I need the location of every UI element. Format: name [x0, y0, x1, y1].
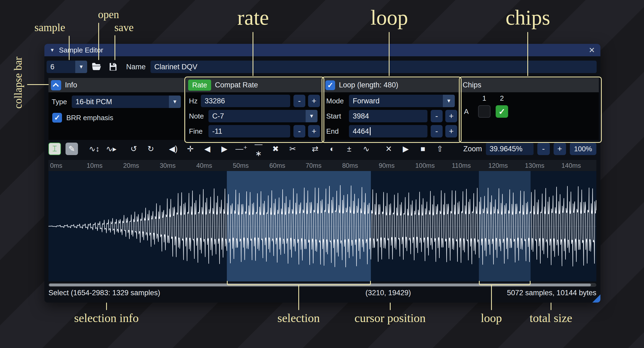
sample-number-dropdown[interactable]: 6 ▼	[47, 61, 87, 73]
waveform-display[interactable]	[48, 171, 596, 281]
selection-bracket	[227, 281, 371, 285]
annotation-line-open	[98, 23, 99, 60]
sign-exchange-button[interactable]: ±	[343, 143, 355, 155]
loop-end-value: 4464	[353, 127, 369, 136]
fine-minus-button[interactable]: -	[293, 125, 305, 137]
name-label: Name	[126, 63, 146, 71]
rate-badge[interactable]: Rate	[188, 80, 211, 91]
loop-panel: ✓ Loop (length: 480) Mode Forward ▼ Star…	[323, 78, 459, 140]
ruler-tick-label: 50ms	[233, 162, 249, 169]
chip-2-checkbox[interactable]: ✓	[496, 105, 508, 118]
normalize-button[interactable]: ✛	[184, 143, 197, 155]
window-collapse-triangle-icon[interactable]: ▼	[50, 47, 55, 53]
chevron-down-icon: ▼	[443, 95, 455, 107]
ruler-tick-label: 40ms	[196, 162, 212, 169]
loop-end-field[interactable]: 4464	[349, 125, 427, 137]
check-icon: ✓	[327, 81, 334, 90]
annotation-line-loop-marker	[491, 285, 492, 310]
check-icon: ✓	[498, 107, 505, 116]
zoom-label: Zoom	[463, 145, 482, 153]
reverse-button[interactable]: ⇄	[309, 143, 321, 155]
type-dropdown[interactable]: 16-bit PCM ▼	[72, 96, 181, 108]
undo-button[interactable]: ↺	[128, 143, 140, 155]
filter-button[interactable]: ∿	[360, 143, 372, 155]
triangle-left-icon: ◀	[204, 144, 210, 153]
mode-label: Mode	[326, 95, 344, 107]
import-button[interactable]: ⇧	[434, 143, 446, 155]
time-ruler[interactable]: 0ms 10ms 20ms 30ms 40ms 50ms 60ms 70ms 8…	[48, 160, 596, 171]
loop-mode-dropdown[interactable]: Forward ▼	[349, 95, 455, 107]
window-title: Sample Editor	[59, 46, 103, 54]
loop-panel-title: Loop (length: 480)	[339, 81, 398, 89]
resize-wave-icon: ∿↕	[89, 144, 100, 153]
fade-out-button[interactable]: ▶	[218, 143, 231, 155]
chip-1-checkbox[interactable]	[478, 105, 491, 118]
save-button[interactable]	[106, 61, 120, 73]
annotation-line-sample	[69, 36, 70, 60]
brr-emphasis-label: BRR emphasis	[66, 112, 113, 123]
chip-column-1-label: 1	[478, 93, 491, 104]
triangle-right-icon: ▶	[221, 144, 227, 153]
crossfade-button[interactable]: ✕	[383, 143, 395, 155]
annotation-loop: loop	[371, 5, 408, 30]
loop-end-plus-button[interactable]: +	[445, 125, 457, 137]
ruler-tick-label: 70ms	[306, 162, 322, 169]
loop-start-minus-button[interactable]: -	[431, 110, 443, 122]
delete-button[interactable]: ✖	[269, 143, 282, 155]
draw-button[interactable]: ✎	[66, 143, 78, 155]
zoom-out-button[interactable]: -	[537, 143, 550, 155]
open-button[interactable]	[90, 61, 103, 73]
annotation-line-selection	[298, 285, 299, 310]
annotation-line-collapse-bar	[27, 84, 49, 85]
play-icon: ▶	[403, 144, 409, 153]
annotation-line-rate	[253, 32, 253, 76]
sample-editor-window: ▼ Sample Editor ✕ 6 ▼ Name Clarinet DQV	[44, 44, 600, 303]
redo-icon: ↻	[148, 144, 154, 153]
hz-minus-button[interactable]: -	[293, 95, 305, 107]
zoom-reset-button[interactable]: 100%	[570, 143, 597, 155]
fade-in-button[interactable]: ◀	[201, 143, 214, 155]
ruler-tick-label: 140ms	[561, 162, 581, 169]
close-icon[interactable]: ✕	[589, 46, 595, 55]
ruler-tick-label: 30ms	[160, 162, 176, 169]
brr-emphasis-checkbox[interactable]: ✓	[52, 113, 62, 123]
window-resize-grip[interactable]	[592, 294, 600, 303]
loop-end-minus-button[interactable]: -	[431, 125, 443, 137]
amplify-button[interactable]: ◀)	[167, 143, 179, 155]
zoom-field[interactable]: 39.9645%	[486, 143, 534, 155]
collapse-bar-button[interactable]	[51, 80, 61, 90]
resample-button[interactable]: ∿▸	[105, 143, 117, 155]
redo-button[interactable]: ↻	[145, 143, 157, 155]
preview-button[interactable]: ▶	[400, 143, 412, 155]
resample-wave-icon: ∿▸	[106, 144, 117, 153]
annotation-collapse-bar: collapse bar	[12, 48, 24, 118]
note-label: Note	[189, 110, 204, 122]
check-icon: ✓	[54, 113, 60, 122]
hz-field[interactable]: 33286	[201, 95, 290, 107]
name-field[interactable]: Clarinet DQV	[151, 61, 597, 73]
fine-field[interactable]: -11	[208, 125, 290, 137]
stop-preview-button[interactable]: ■	[417, 143, 429, 155]
sine-wave-icon: ∿	[363, 144, 370, 153]
hz-plus-button[interactable]: +	[308, 95, 320, 107]
waveform-canvas[interactable]	[48, 171, 596, 281]
status-total-size: 5072 samples, 10144 bytes	[507, 289, 596, 297]
fine-plus-button[interactable]: +	[308, 125, 320, 137]
invert-button[interactable]: ◐	[326, 143, 338, 155]
loop-start-field[interactable]: 3984	[349, 110, 427, 122]
note-dropdown[interactable]: C-7 ▼	[208, 110, 318, 122]
trim-button[interactable]: ✂	[286, 143, 299, 155]
zoom-in-button[interactable]: +	[554, 143, 566, 155]
type-value: 16-bit PCM	[76, 98, 112, 106]
zoom-value: 39.9645%	[490, 145, 523, 153]
annotation-line-cursor	[390, 303, 391, 310]
loop-enable-checkbox[interactable]: ✓	[325, 80, 335, 90]
hz-label: Hz	[189, 95, 198, 107]
select-button[interactable]: ⌶	[48, 143, 61, 155]
loop-start-plus-button[interactable]: +	[445, 110, 457, 122]
insert-silence-button[interactable]: —⁺	[235, 143, 248, 155]
resize-button[interactable]: ∿↕	[88, 143, 100, 155]
ruler-tick-label: 110ms	[452, 162, 471, 169]
window-titlebar[interactable]: ▼ Sample Editor ✕	[44, 44, 600, 56]
apply-silence-button[interactable]: —∗	[252, 143, 265, 155]
